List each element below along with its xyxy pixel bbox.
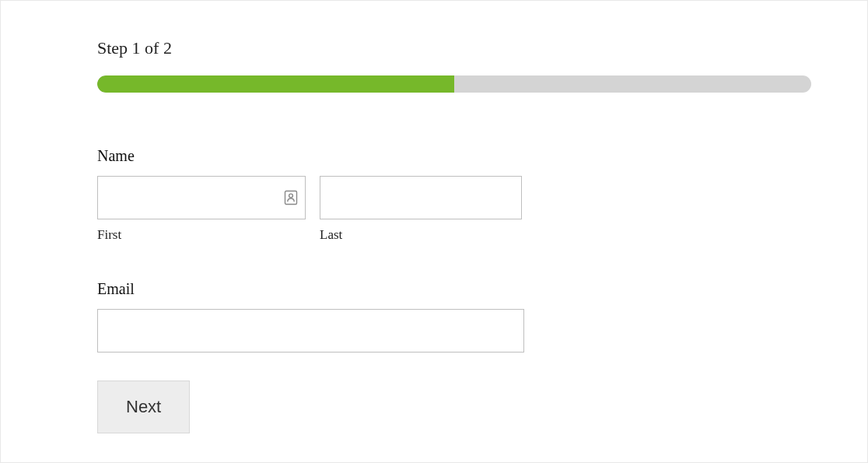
last-name-col: Last — [320, 176, 522, 243]
form-container: Step 1 of 2 Name First — [0, 0, 868, 463]
email-input[interactable] — [97, 309, 524, 353]
progress-bar — [97, 75, 811, 93]
name-label: Name — [97, 147, 811, 165]
progress-fill — [97, 75, 454, 93]
first-name-input[interactable] — [97, 176, 306, 219]
first-name-wrapper — [97, 176, 306, 219]
first-name-col: First — [97, 176, 306, 243]
last-name-input[interactable] — [320, 176, 522, 219]
first-name-sublabel: First — [97, 227, 306, 243]
last-name-sublabel: Last — [320, 227, 522, 243]
name-block: Name First Last — [97, 147, 811, 243]
next-button[interactable]: Next — [97, 381, 190, 433]
email-block: Email — [97, 280, 811, 353]
name-row: First Last — [97, 176, 811, 243]
email-label: Email — [97, 280, 811, 298]
step-label: Step 1 of 2 — [97, 38, 811, 58]
